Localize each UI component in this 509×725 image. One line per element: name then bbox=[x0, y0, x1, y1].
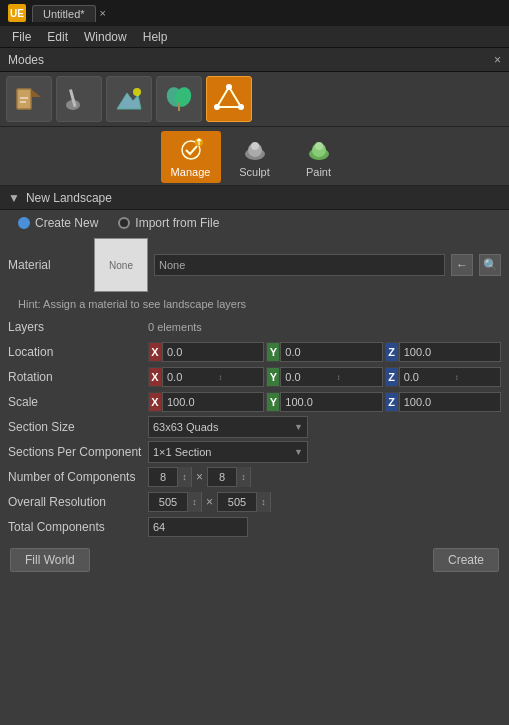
toolbar-row-1 bbox=[0, 72, 509, 127]
window-tab[interactable]: Untitled* bbox=[32, 5, 96, 22]
material-row: Material None None ← 🔍 bbox=[8, 238, 501, 292]
scale-z-value: 100.0 bbox=[400, 396, 500, 408]
layers-row: Layers 0 elements bbox=[8, 316, 501, 338]
location-x-field[interactable]: 0.0 bbox=[162, 342, 264, 362]
scale-z-label: Z bbox=[385, 392, 399, 412]
scale-label: Scale bbox=[8, 395, 148, 409]
overall-res-x-expand[interactable]: ↕ bbox=[187, 492, 201, 512]
rotation-z-value: 0.0 bbox=[400, 371, 451, 383]
toolbar-row-2: Manage Sculpt Paint bbox=[0, 127, 509, 186]
manage-tab[interactable]: Manage bbox=[161, 131, 221, 183]
material-search-button[interactable]: 🔍 bbox=[479, 254, 501, 276]
scale-x-field[interactable]: 100.0 bbox=[162, 392, 264, 412]
resolution-x-separator: × bbox=[206, 495, 213, 509]
action-buttons-row: Fill World Create bbox=[8, 548, 501, 572]
num-components-x-spinbox[interactable]: 8 ↕ bbox=[148, 467, 192, 487]
paint-tab[interactable]: Paint bbox=[289, 131, 349, 183]
num-components-x-expand[interactable]: ↕ bbox=[177, 467, 191, 487]
landscape-mode-button[interactable] bbox=[106, 76, 152, 122]
material-name-text: None bbox=[159, 259, 185, 271]
geometry-mode-button[interactable] bbox=[206, 76, 252, 122]
location-label: Location bbox=[8, 345, 148, 359]
svg-point-14 bbox=[214, 104, 220, 110]
sections-per-arrow: ▼ bbox=[294, 447, 303, 457]
total-components-value: 64 bbox=[149, 521, 247, 533]
sections-per-row: Sections Per Component 1×1 Section ▼ bbox=[8, 441, 501, 463]
svg-point-12 bbox=[226, 84, 232, 90]
rotation-z-field[interactable]: 0.0 ↕ bbox=[399, 367, 501, 387]
layers-value: 0 elements bbox=[148, 321, 202, 333]
num-components-y-input[interactable]: 8 bbox=[208, 471, 236, 483]
foliage-mode-button[interactable] bbox=[156, 76, 202, 122]
scale-y-value: 100.0 bbox=[281, 396, 381, 408]
scale-y-field[interactable]: 100.0 bbox=[280, 392, 382, 412]
ue-logo-icon: UE bbox=[8, 4, 26, 22]
material-name-field[interactable]: None bbox=[154, 254, 445, 276]
import-option[interactable]: Import from File bbox=[118, 216, 219, 230]
window-close-button[interactable]: × bbox=[100, 7, 106, 19]
num-components-x-input[interactable]: 8 bbox=[149, 471, 177, 483]
modes-title: Modes bbox=[8, 53, 44, 67]
location-y-value: 0.0 bbox=[281, 346, 381, 358]
section-collapse-arrow[interactable]: ▼ bbox=[8, 191, 20, 205]
components-x-separator: × bbox=[196, 470, 203, 484]
section-size-row: Section Size 63x63 Quads ▼ bbox=[8, 416, 501, 438]
material-reset-button[interactable]: ← bbox=[451, 254, 473, 276]
location-y-field[interactable]: 0.0 bbox=[280, 342, 382, 362]
section-size-arrow: ▼ bbox=[294, 422, 303, 432]
menu-edit[interactable]: Edit bbox=[39, 28, 76, 46]
scale-z-field[interactable]: 100.0 bbox=[399, 392, 501, 412]
scale-x-value: 100.0 bbox=[163, 396, 263, 408]
section-size-label: Section Size bbox=[8, 420, 148, 434]
location-x-value: 0.0 bbox=[163, 346, 263, 358]
modes-panel-header: Modes × bbox=[0, 48, 509, 72]
create-new-option[interactable]: Create New bbox=[18, 216, 98, 230]
sections-per-value: 1×1 Section bbox=[153, 446, 211, 458]
location-row: Location X 0.0 Y 0.0 Z 100.0 bbox=[8, 341, 501, 363]
import-label: Import from File bbox=[135, 216, 219, 230]
num-components-y-spinbox[interactable]: 8 ↕ bbox=[207, 467, 251, 487]
overall-resolution-label: Overall Resolution bbox=[8, 495, 148, 509]
svg-rect-2 bbox=[20, 97, 28, 99]
material-hint: Hint: Assign a material to see landscape… bbox=[8, 298, 501, 310]
new-landscape-section-header: ▼ New Landscape bbox=[0, 186, 509, 210]
sections-per-label: Sections Per Component bbox=[8, 445, 148, 459]
menu-window[interactable]: Window bbox=[76, 28, 135, 46]
create-new-radio[interactable] bbox=[18, 217, 30, 229]
paint-mode-button[interactable] bbox=[56, 76, 102, 122]
rotation-x-value: 0.0 bbox=[163, 371, 214, 383]
svg-rect-10 bbox=[178, 103, 180, 111]
layers-label: Layers bbox=[8, 320, 148, 334]
sculpt-tab[interactable]: Sculpt bbox=[225, 131, 285, 183]
num-components-y-expand[interactable]: ↕ bbox=[236, 467, 250, 487]
overall-res-y-expand[interactable]: ↕ bbox=[256, 492, 270, 512]
material-preview: None bbox=[94, 238, 148, 292]
scale-x-label: X bbox=[148, 392, 162, 412]
rotation-z-label: Z bbox=[385, 367, 399, 387]
sections-per-select[interactable]: 1×1 Section ▼ bbox=[148, 441, 308, 463]
rotation-x-field[interactable]: 0.0 ↕ bbox=[162, 367, 264, 387]
overall-res-y-input[interactable]: 505 bbox=[218, 496, 256, 508]
manage-label: Manage bbox=[171, 166, 211, 178]
rotation-row: Rotation X 0.0 ↕ Y 0.0 ↕ Z 0.0 bbox=[8, 366, 501, 388]
menu-help[interactable]: Help bbox=[135, 28, 176, 46]
menu-bar: File Edit Window Help bbox=[0, 26, 509, 48]
create-button[interactable]: Create bbox=[433, 548, 499, 572]
rotation-y-label: Y bbox=[266, 367, 280, 387]
overall-res-y-spinbox[interactable]: 505 ↕ bbox=[217, 492, 271, 512]
svg-point-7 bbox=[133, 88, 141, 96]
modes-close-button[interactable]: × bbox=[494, 53, 501, 67]
svg-rect-3 bbox=[20, 101, 26, 103]
create-mode-row: Create New Import from File bbox=[8, 216, 501, 230]
place-mode-button[interactable] bbox=[6, 76, 52, 122]
menu-file[interactable]: File bbox=[4, 28, 39, 46]
rotation-x-label: X bbox=[148, 367, 162, 387]
scale-row: Scale X 100.0 Y 100.0 Z 100.0 bbox=[8, 391, 501, 413]
location-z-field[interactable]: 100.0 bbox=[399, 342, 501, 362]
overall-res-x-input[interactable]: 505 bbox=[149, 496, 187, 508]
import-radio[interactable] bbox=[118, 217, 130, 229]
section-size-select[interactable]: 63x63 Quads ▼ bbox=[148, 416, 308, 438]
rotation-y-field[interactable]: 0.0 ↕ bbox=[280, 367, 382, 387]
overall-res-x-spinbox[interactable]: 505 ↕ bbox=[148, 492, 202, 512]
fill-world-button[interactable]: Fill World bbox=[10, 548, 90, 572]
